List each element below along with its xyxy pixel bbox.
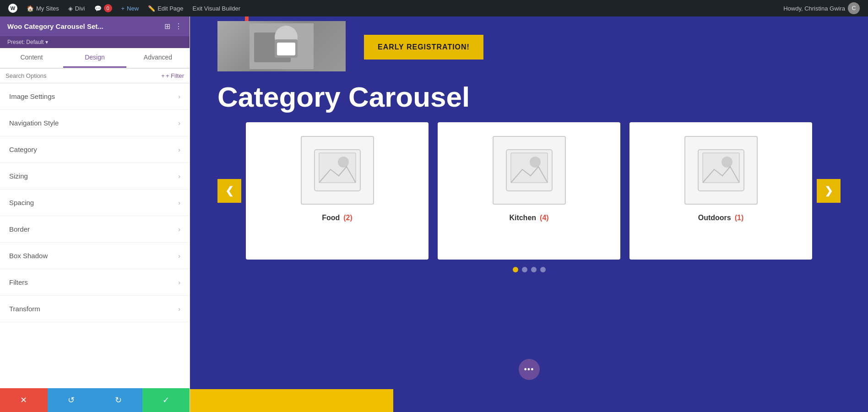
plus-icon: + xyxy=(121,5,125,12)
undo-button[interactable]: ↺ xyxy=(48,388,95,412)
svg-point-13 xyxy=(722,157,732,168)
chevron-down-icon: › xyxy=(178,93,180,100)
carousel-dots xyxy=(217,267,841,272)
food-placeholder-icon xyxy=(312,147,363,193)
carousel-title: Category Carousel xyxy=(217,81,841,113)
more-options-button[interactable]: ••• xyxy=(519,359,540,380)
preset-chevron-icon: ▾ xyxy=(45,39,48,45)
redo-button[interactable]: ↻ xyxy=(95,388,142,412)
hero-image xyxy=(217,21,346,71)
settings-item-filters[interactable]: Filters › xyxy=(0,269,190,296)
svg-point-7 xyxy=(338,157,349,168)
tab-content[interactable]: Content xyxy=(0,48,63,68)
preset-label[interactable]: Preset: Default xyxy=(7,39,43,45)
dot-1[interactable] xyxy=(513,267,518,272)
carousel-items: Food (2) xyxy=(241,122,817,260)
settings-item-box-shadow[interactable]: Box Shadow › xyxy=(0,243,190,269)
new-btn[interactable]: + New xyxy=(117,0,144,16)
avatar: C xyxy=(848,2,860,14)
divi-icon: ◈ xyxy=(68,5,73,12)
chevron-down-icon: › xyxy=(178,305,180,313)
panel-grid-icon[interactable]: ⊞ xyxy=(164,22,170,31)
svg-rect-12 xyxy=(703,153,739,183)
settings-item-transform[interactable]: Transform › xyxy=(0,296,190,322)
wp-logo-btn[interactable]: W xyxy=(4,0,22,16)
svg-rect-4 xyxy=(277,43,295,55)
early-registration-button[interactable]: EARLY REGISTRATION! xyxy=(364,35,483,60)
svg-point-10 xyxy=(530,157,541,168)
chevron-down-icon: › xyxy=(178,226,180,233)
comment-badge: 0 xyxy=(104,4,112,12)
card-label-kitchen: Kitchen (4) xyxy=(509,214,548,222)
panel-header: Woo Category Carousel Set... ⊞ ⋮ xyxy=(0,16,190,36)
bottom-toolbar: ✕ ↺ ↻ ✓ xyxy=(0,388,190,412)
cancel-button[interactable]: ✕ xyxy=(0,388,48,412)
panel-menu-icon[interactable]: ⋮ xyxy=(175,22,182,31)
comments-btn[interactable]: 💬 0 xyxy=(90,0,117,16)
carousel-card: Food (2) xyxy=(246,122,429,260)
filter-button[interactable]: + + Filter xyxy=(161,72,184,79)
left-panel: Woo Category Carousel Set... ⊞ ⋮ Preset:… xyxy=(0,16,190,412)
settings-item-navigation-style[interactable]: Navigation Style › xyxy=(0,110,190,136)
admin-bar: W 🏠 My Sites ◈ Divi 💬 0 + New ✏️ Edit Pa… xyxy=(0,0,868,16)
bottom-bar xyxy=(190,389,868,412)
svg-rect-6 xyxy=(319,153,356,183)
admin-bar-left: W 🏠 My Sites ◈ Divi 💬 0 + New ✏️ Edit Pa… xyxy=(4,0,779,16)
carousel-section: Category Carousel ❮ xyxy=(190,71,868,272)
panel-tabs: Content Design Advanced xyxy=(0,48,190,69)
settings-item-border[interactable]: Border › xyxy=(0,216,190,243)
preview-area: EARLY REGISTRATION! Category Carousel ❮ xyxy=(190,16,868,412)
comment-icon: 💬 xyxy=(94,5,102,12)
wp-icon: W xyxy=(8,4,17,13)
admin-user-area[interactable]: Howdy, Christina Gwira C xyxy=(779,2,864,14)
carousel-container: ❮ Food xyxy=(217,122,841,260)
carousel-card: Outdoors (1) xyxy=(629,122,812,260)
my-sites-btn[interactable]: 🏠 My Sites xyxy=(22,0,64,16)
carousel-prev-button[interactable]: ❮ xyxy=(217,179,241,203)
tab-design[interactable]: Design xyxy=(63,48,126,68)
carousel-card: Kitchen (4) xyxy=(438,122,620,260)
carousel-next-button[interactable]: ❯ xyxy=(817,179,841,203)
chevron-down-icon: › xyxy=(178,146,180,153)
panel-header-icons: ⊞ ⋮ xyxy=(164,22,182,31)
card-image-food xyxy=(301,136,374,205)
chevron-down-icon: › xyxy=(178,119,180,127)
edit-icon: ✏️ xyxy=(148,5,155,12)
search-input[interactable] xyxy=(5,72,158,79)
settings-item-image-settings[interactable]: Image Settings › xyxy=(0,83,190,110)
hero-image-inner xyxy=(217,21,346,71)
dot-4[interactable] xyxy=(540,267,546,272)
card-label-outdoors: Outdoors (1) xyxy=(698,214,744,222)
card-label-food: Food (2) xyxy=(322,214,353,222)
svg-rect-9 xyxy=(511,153,548,183)
home-icon: 🏠 xyxy=(27,5,34,12)
settings-item-spacing[interactable]: Spacing › xyxy=(0,190,190,216)
outdoors-placeholder-icon xyxy=(696,147,746,193)
dot-2[interactable] xyxy=(522,267,527,272)
panel-title: Woo Category Carousel Set... xyxy=(7,22,164,30)
chevron-down-icon: › xyxy=(178,252,180,260)
hero-right: EARLY REGISTRATION! xyxy=(364,26,483,60)
chevron-down-icon: › xyxy=(178,279,180,286)
admin-bar-right: Howdy, Christina Gwira C xyxy=(779,2,864,14)
edit-page-btn[interactable]: ✏️ Edit Page xyxy=(143,0,188,16)
tab-advanced[interactable]: Advanced xyxy=(126,48,190,68)
filter-plus-icon: + xyxy=(161,72,165,79)
main-area: Woo Category Carousel Set... ⊞ ⋮ Preset:… xyxy=(0,16,868,412)
settings-item-sizing[interactable]: Sizing › xyxy=(0,163,190,190)
dot-3[interactable] xyxy=(531,267,537,272)
card-image-outdoors xyxy=(684,136,758,205)
exit-visual-builder-btn[interactable]: Exit Visual Builder xyxy=(188,0,245,16)
search-bar: + + Filter xyxy=(0,69,190,83)
hero-top: EARLY REGISTRATION! xyxy=(190,16,868,71)
settings-item-category[interactable]: Category › xyxy=(0,136,190,163)
card-image-kitchen xyxy=(493,136,566,205)
save-button[interactable]: ✓ xyxy=(142,388,190,412)
kitchen-placeholder-icon xyxy=(504,147,554,193)
hero-illustration xyxy=(250,23,314,69)
chevron-down-icon: › xyxy=(178,199,180,206)
chevron-down-icon: › xyxy=(178,173,180,180)
settings-list: Image Settings › Navigation Style › Cate… xyxy=(0,83,190,388)
divi-btn[interactable]: ◈ Divi xyxy=(64,0,90,16)
preset-bar: Preset: Default ▾ xyxy=(0,36,190,48)
